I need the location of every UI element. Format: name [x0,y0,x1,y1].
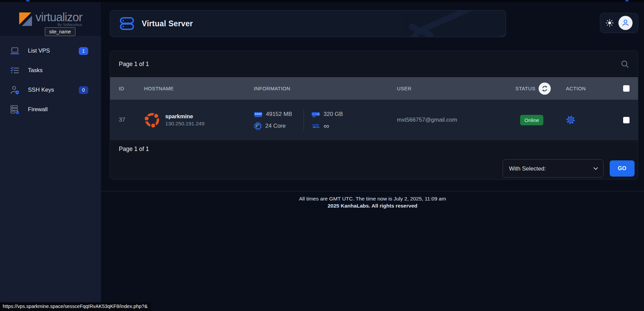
list-vps-count-badge: 1 [79,47,88,55]
footer-time-note: All times are GMT UTC. The time now is J… [101,195,644,202]
search-icon[interactable] [620,60,629,68]
column-id: ID [119,86,144,91]
vps-bandwidth-infinity: ∞ [324,123,329,129]
footer-divider [101,191,644,191]
sidebar-item-ssh-keys[interactable]: SSH Keys 0 [0,80,101,100]
status-badge-online: Online [520,115,543,125]
column-user: USER [397,86,515,91]
pagination-bottom: Page 1 of 1 [119,146,149,153]
link-status-bar: https://vps.sparkmine.space/sessceFqqIRv… [0,302,151,311]
vps-disk: 320 GB [324,111,343,118]
table-footer: Page 1 of 1 With Selected: GO [110,140,638,180]
gear-icon [566,115,575,125]
site-name-tooltip: site_name [45,27,75,36]
refresh-status-button[interactable] [539,83,551,95]
page-title: Virtual Server [142,19,193,28]
pagination-top: Page 1 of 1 [119,61,149,68]
sidebar-nav: List VPS 1 Tasks [0,36,101,119]
status-cell: Online [515,115,566,125]
footer: All times are GMT UTC. The time now is J… [101,195,644,209]
vps-table-card: Page 1 of 1 ID HOSTNAME INFORMATION USER… [110,51,638,180]
vps-hostname[interactable]: sparkmine [165,113,204,120]
person-icon [620,18,631,28]
vps-ram: 49152 MB [266,111,292,118]
column-hostname: HOSTNAME [144,86,254,91]
vps-id: 37 [119,117,144,123]
sidebar-item-list-vps[interactable]: List VPS 1 [0,41,101,61]
app-root: virtualizor By Softaculous site_name Lis… [0,0,644,311]
sidebar-item-label: SSH Keys [28,87,79,93]
sidebar-item-label: Tasks [28,67,88,74]
topbar-controls [600,13,638,33]
ram-icon [254,111,263,118]
ubuntu-logo-icon [144,112,160,128]
laptop-icon [10,47,20,55]
column-status-label: STATUS [515,86,535,91]
logo-text: virtualizor [36,11,82,23]
table-toolbar: Page 1 of 1 [110,51,638,77]
footer-copyright: 2025 KanhaLabs. All rights reserved [101,202,644,209]
top-progress-dash [625,0,629,1]
sidebar-item-label: List VPS [28,48,79,54]
with-selected-dropdown[interactable]: With Selected: [503,159,604,178]
row-select-checkbox[interactable] [623,117,630,123]
sidebar-item-firewall[interactable]: Firewall [0,100,101,119]
user-avatar[interactable] [618,16,633,30]
cpu-icon [254,122,262,130]
theme-toggle-sun-icon[interactable] [606,19,614,27]
server-icon [119,15,135,32]
column-action: ACTION [566,86,623,91]
hostname-cell: sparkmine 130.250.191.249 [144,112,254,128]
information-cell: 49152 MB 24 [254,110,397,130]
virtualizor-logo-icon [19,11,32,26]
bandwidth-icon [311,123,320,129]
page-header: Virtual Server [110,10,506,37]
sidebar: virtualizor By Softaculous site_name Lis… [0,2,101,311]
firewall-icon [10,105,20,114]
column-status: STATUS [515,83,566,95]
manage-vps-button[interactable] [566,115,575,125]
refresh-icon [541,85,548,92]
logo-tagline: By Softaculous [36,23,82,27]
column-information: INFORMATION [254,86,397,91]
select-all-checkbox[interactable] [623,85,630,92]
action-cell [566,115,623,125]
user-shield-icon [10,85,20,95]
tasks-icon [10,66,20,74]
vps-user-email: mxt566757@gmail.com [397,117,515,123]
top-strip [0,0,644,2]
go-button[interactable]: GO [610,160,635,177]
disk-icon [311,111,320,118]
server-watermark-icon [398,10,506,37]
ssh-keys-count-badge: 0 [79,86,88,94]
table-header-row: ID HOSTNAME INFORMATION USER STATUS ACTI… [110,77,638,100]
vps-ip-address: 130.250.191.249 [165,121,204,127]
vps-cpu: 24 Core [265,123,285,129]
top-progress-dash [26,0,30,1]
sidebar-item-tasks[interactable]: Tasks [0,61,101,80]
sidebar-item-label: Firewall [28,106,88,113]
bulk-actions: With Selected: GO [503,159,635,178]
table-row: 37 sparkmine 130.250.191.249 [110,100,638,140]
